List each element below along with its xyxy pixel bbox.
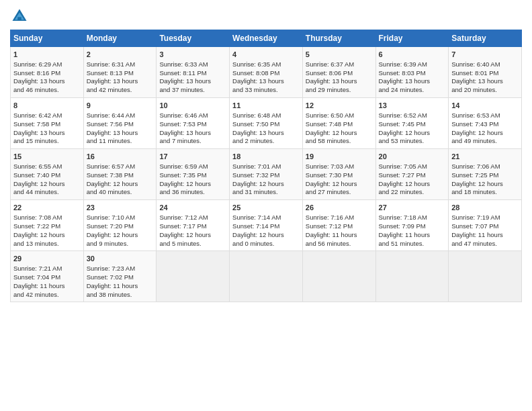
calendar-cell: 24Sunrise: 7:12 AMSunset: 7:17 PMDayligh… (157, 200, 230, 251)
day-info-line: Sunrise: 6:33 AM (159, 60, 226, 69)
day-number: 23 (87, 203, 154, 213)
day-info-line: Daylight: 13 hours (232, 77, 300, 86)
calendar-cell: 29Sunrise: 7:21 AMSunset: 7:04 PMDayligh… (11, 251, 84, 302)
day-info-line: Sunset: 7:14 PM (232, 222, 300, 231)
day-info-line: Sunset: 7:22 PM (13, 222, 81, 231)
day-info-line: and 18 minutes. (451, 188, 519, 197)
day-info-line: Daylight: 12 hours (232, 180, 300, 189)
day-number: 13 (379, 101, 446, 111)
day-number: 7 (451, 50, 519, 60)
day-info-line: Sunset: 8:06 PM (306, 69, 373, 78)
calendar-cell: 22Sunrise: 7:08 AMSunset: 7:22 PMDayligh… (11, 200, 84, 251)
svg-rect-2 (17, 17, 21, 21)
day-info-line: and 15 minutes. (13, 137, 81, 146)
day-info-line: Sunset: 7:50 PM (232, 120, 300, 129)
day-info-line: Daylight: 13 hours (379, 77, 446, 86)
day-info-line: Sunrise: 6:53 AM (451, 111, 519, 120)
day-info-line: Daylight: 12 hours (451, 129, 519, 138)
calendar-cell: 7Sunrise: 6:40 AMSunset: 8:01 PMDaylight… (449, 47, 522, 98)
day-info-line: Sunrise: 6:57 AM (87, 163, 154, 171)
day-number: 12 (306, 101, 373, 111)
weekday-header-row: SundayMondayTuesdayWednesdayThursdayFrid… (11, 30, 522, 47)
day-info-line: Sunset: 8:11 PM (159, 69, 226, 78)
day-number: 29 (13, 254, 81, 264)
calendar-cell: 30Sunrise: 7:23 AMSunset: 7:02 PMDayligh… (83, 251, 157, 302)
day-number: 25 (232, 203, 300, 213)
day-number: 8 (13, 101, 81, 111)
day-info-line: and 53 minutes. (379, 137, 446, 146)
day-info-line: Daylight: 12 hours (306, 129, 373, 138)
weekday-header-sunday: Sunday (11, 30, 84, 47)
day-info-line: Daylight: 11 hours (379, 231, 446, 240)
day-info-line: Sunset: 7:35 PM (159, 171, 226, 180)
weekday-header-tuesday: Tuesday (157, 30, 230, 47)
logo (10, 7, 32, 26)
header (10, 7, 522, 26)
calendar-cell: 11Sunrise: 6:48 AMSunset: 7:50 PMDayligh… (230, 98, 303, 149)
day-info-line: Sunset: 7:04 PM (13, 273, 81, 282)
calendar-cell: 4Sunrise: 6:35 AMSunset: 8:08 PMDaylight… (230, 47, 303, 98)
day-info-line: Sunset: 7:38 PM (87, 171, 154, 180)
day-number: 15 (13, 152, 81, 162)
day-info-line: Sunset: 7:53 PM (159, 120, 226, 129)
day-info-line: Daylight: 13 hours (87, 77, 154, 86)
day-number: 26 (306, 203, 373, 213)
day-number: 18 (232, 152, 300, 162)
calendar-cell: 18Sunrise: 7:01 AMSunset: 7:32 PMDayligh… (230, 149, 303, 200)
day-info-line: Daylight: 12 hours (379, 180, 446, 189)
day-number: 17 (159, 152, 226, 162)
day-number: 2 (87, 50, 154, 60)
day-number: 5 (306, 50, 373, 60)
day-info-line: and 49 minutes. (451, 137, 519, 146)
day-info-line: Sunrise: 6:44 AM (87, 111, 154, 120)
day-info-line: Sunset: 8:08 PM (232, 69, 300, 78)
week-row-4: 22Sunrise: 7:08 AMSunset: 7:22 PMDayligh… (11, 200, 522, 251)
week-row-5: 29Sunrise: 7:21 AMSunset: 7:04 PMDayligh… (11, 251, 522, 302)
day-info-line: Daylight: 12 hours (379, 129, 446, 138)
day-info-line: and 13 minutes. (13, 240, 81, 248)
day-info-line: Daylight: 11 hours (13, 282, 81, 291)
day-number: 28 (451, 203, 519, 213)
day-info-line: and 36 minutes. (159, 188, 226, 197)
day-number: 19 (306, 152, 373, 162)
day-info-line: Daylight: 12 hours (306, 180, 373, 189)
day-info-line: and 44 minutes. (13, 188, 81, 197)
day-info-line: and 42 minutes. (87, 86, 154, 95)
weekday-header-saturday: Saturday (449, 30, 522, 47)
day-number: 27 (379, 203, 446, 213)
day-info-line: Daylight: 12 hours (159, 231, 226, 240)
day-info-line: Sunrise: 6:35 AM (232, 60, 300, 69)
day-number: 24 (159, 203, 226, 213)
day-info-line: Sunset: 7:20 PM (87, 222, 154, 231)
day-info-line: and 51 minutes. (379, 240, 446, 248)
calendar-cell: 14Sunrise: 6:53 AMSunset: 7:43 PMDayligh… (449, 98, 522, 149)
day-info-line: Sunset: 7:30 PM (306, 171, 373, 180)
day-info-line: Sunrise: 7:18 AM (379, 214, 446, 222)
day-info-line: Sunset: 7:40 PM (13, 171, 81, 180)
day-number: 20 (379, 152, 446, 162)
day-info-line: Sunrise: 7:10 AM (87, 214, 154, 222)
calendar-cell: 2Sunrise: 6:31 AMSunset: 8:13 PMDaylight… (83, 47, 157, 98)
day-info-line: and 38 minutes. (87, 291, 154, 300)
day-number: 21 (451, 152, 519, 162)
day-number: 30 (87, 254, 154, 264)
day-number: 16 (87, 152, 154, 162)
day-info-line: Sunset: 7:43 PM (451, 120, 519, 129)
day-info-line: Sunrise: 6:48 AM (232, 111, 300, 120)
calendar-cell: 13Sunrise: 6:52 AMSunset: 7:45 PMDayligh… (375, 98, 449, 149)
calendar-cell: 3Sunrise: 6:33 AMSunset: 8:11 PMDaylight… (157, 47, 230, 98)
day-info-line: Sunrise: 7:19 AM (451, 214, 519, 222)
calendar-cell: 9Sunrise: 6:44 AMSunset: 7:56 PMDaylight… (83, 98, 157, 149)
day-info-line: Daylight: 13 hours (232, 129, 300, 138)
day-info-line: Sunrise: 6:39 AM (379, 60, 446, 69)
weekday-header-monday: Monday (83, 30, 157, 47)
day-info-line: Sunset: 7:56 PM (87, 120, 154, 129)
day-info-line: Sunset: 7:32 PM (232, 171, 300, 180)
day-info-line: and 40 minutes. (87, 188, 154, 197)
day-info-line: Sunset: 7:17 PM (159, 222, 226, 231)
day-info-line: Sunrise: 7:12 AM (159, 214, 226, 222)
calendar-cell (157, 251, 230, 302)
day-number: 22 (13, 203, 81, 213)
day-info-line: Daylight: 13 hours (13, 77, 81, 86)
day-info-line: Sunset: 8:13 PM (87, 69, 154, 78)
